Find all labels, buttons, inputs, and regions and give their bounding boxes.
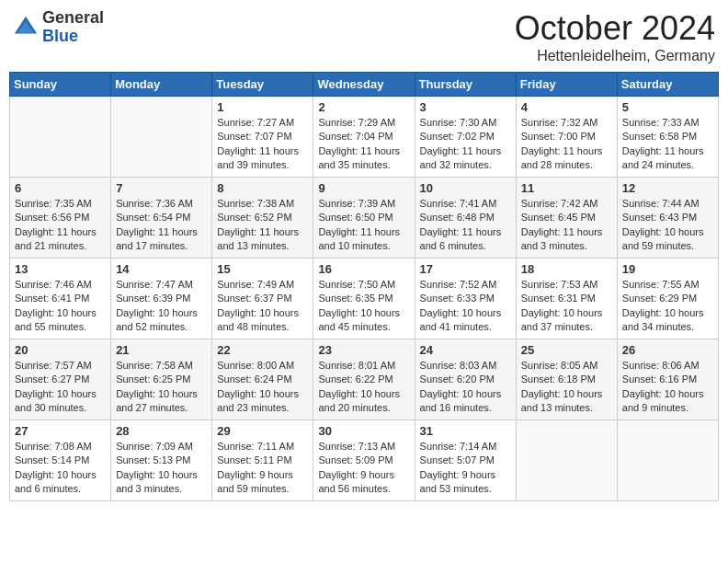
calendar-cell: 17 Sunrise: 7:52 AM Sunset: 6:33 PM Dayl… [415,259,516,339]
sunrise: Sunrise: 7:53 AM [521,278,612,292]
daylight: Daylight: 10 hours and 34 minutes. [622,306,713,335]
month-title: October 2024 [515,9,715,48]
daylight: Daylight: 10 hours and 6 minutes. [15,468,106,497]
sunset: Sunset: 6:27 PM [15,373,106,386]
day-info: Sunrise: 7:30 AM Sunset: 7:02 PM Dayligh… [420,116,511,173]
daylight: Daylight: 10 hours and 55 minutes. [15,306,106,335]
daylight: Daylight: 10 hours and 27 minutes. [116,387,207,416]
sunset: Sunset: 6:48 PM [420,211,511,224]
daylight: Daylight: 11 hours and 10 minutes. [318,225,409,254]
sunset: Sunset: 6:35 PM [318,292,409,305]
day-number: 22 [217,343,308,357]
calendar-cell: 29 Sunrise: 7:11 AM Sunset: 5:11 PM Dayl… [212,420,313,501]
sunset: Sunset: 6:58 PM [622,130,713,144]
day-info: Sunrise: 7:47 AM Sunset: 6:39 PM Dayligh… [116,278,207,335]
logo-line2: Blue [42,28,104,46]
weekday-header: Tuesday [212,73,313,97]
daylight: Daylight: 10 hours and 23 minutes. [217,387,308,416]
location-title: Hettenleidelheim, Germany [515,48,715,64]
calendar-cell [111,97,212,178]
sunrise: Sunrise: 7:29 AM [318,116,409,130]
day-number: 12 [622,181,713,195]
calendar-cell: 8 Sunrise: 7:38 AM Sunset: 6:52 PM Dayli… [212,178,313,259]
calendar-cell: 2 Sunrise: 7:29 AM Sunset: 7:04 PM Dayli… [313,97,415,178]
sunrise: Sunrise: 7:57 AM [15,359,106,373]
day-info: Sunrise: 7:58 AM Sunset: 6:25 PM Dayligh… [116,359,207,416]
sunrise: Sunrise: 7:52 AM [420,278,511,292]
daylight: Daylight: 10 hours and 37 minutes. [521,306,612,335]
day-number: 10 [420,181,511,195]
sunset: Sunset: 6:33 PM [420,292,511,305]
daylight: Daylight: 9 hours and 53 minutes. [420,468,511,497]
sunset: Sunset: 7:07 PM [217,130,308,144]
sunrise: Sunrise: 7:46 AM [15,278,106,292]
calendar-cell: 16 Sunrise: 7:50 AM Sunset: 6:35 PM Dayl… [313,259,415,339]
day-info: Sunrise: 7:33 AM Sunset: 6:58 PM Dayligh… [622,116,713,173]
day-info: Sunrise: 7:11 AM Sunset: 5:11 PM Dayligh… [217,440,308,497]
daylight: Daylight: 11 hours and 17 minutes. [116,225,207,254]
day-number: 14 [116,262,207,276]
day-number: 3 [420,100,511,114]
sunrise: Sunrise: 7:14 AM [420,440,511,454]
sunrise: Sunrise: 7:49 AM [217,278,308,292]
day-number: 25 [521,343,612,357]
day-info: Sunrise: 7:32 AM Sunset: 7:00 PM Dayligh… [521,116,612,173]
calendar-cell: 31 Sunrise: 7:14 AM Sunset: 5:07 PM Dayl… [415,420,516,501]
day-number: 21 [116,343,207,357]
day-info: Sunrise: 7:09 AM Sunset: 5:13 PM Dayligh… [116,440,207,497]
day-info: Sunrise: 7:44 AM Sunset: 6:43 PM Dayligh… [622,197,713,254]
calendar-cell: 1 Sunrise: 7:27 AM Sunset: 7:07 PM Dayli… [212,97,313,178]
daylight: Daylight: 11 hours and 21 minutes. [15,225,106,254]
day-info: Sunrise: 8:05 AM Sunset: 6:18 PM Dayligh… [521,359,612,416]
calendar-cell: 4 Sunrise: 7:32 AM Sunset: 7:00 PM Dayli… [516,97,617,178]
sunrise: Sunrise: 7:08 AM [15,440,106,454]
calendar-cell: 7 Sunrise: 7:36 AM Sunset: 6:54 PM Dayli… [111,178,212,259]
day-number: 16 [318,262,409,276]
day-info: Sunrise: 7:36 AM Sunset: 6:54 PM Dayligh… [116,197,207,254]
calendar-week-row: 6 Sunrise: 7:35 AM Sunset: 6:56 PM Dayli… [10,178,719,259]
day-info: Sunrise: 7:57 AM Sunset: 6:27 PM Dayligh… [15,359,106,416]
day-number: 1 [217,100,308,114]
day-info: Sunrise: 7:14 AM Sunset: 5:07 PM Dayligh… [420,440,511,497]
day-info: Sunrise: 7:49 AM Sunset: 6:37 PM Dayligh… [217,278,308,335]
day-info: Sunrise: 7:50 AM Sunset: 6:35 PM Dayligh… [318,278,409,335]
sunset: Sunset: 6:56 PM [15,211,106,224]
calendar-cell [617,420,718,501]
sunset: Sunset: 6:25 PM [116,373,207,386]
day-info: Sunrise: 7:29 AM Sunset: 7:04 PM Dayligh… [318,116,409,173]
sunrise: Sunrise: 7:35 AM [15,197,106,211]
sunset: Sunset: 6:39 PM [116,292,207,305]
weekday-header: Friday [516,73,617,97]
calendar-cell: 21 Sunrise: 7:58 AM Sunset: 6:25 PM Dayl… [111,339,212,420]
calendar-cell: 30 Sunrise: 7:13 AM Sunset: 5:09 PM Dayl… [313,420,415,501]
day-info: Sunrise: 7:53 AM Sunset: 6:31 PM Dayligh… [521,278,612,335]
logo-line1: General [42,9,104,28]
weekday-header: Wednesday [313,73,415,97]
sunset: Sunset: 7:04 PM [318,130,409,144]
calendar-week-row: 27 Sunrise: 7:08 AM Sunset: 5:14 PM Dayl… [10,420,719,501]
sunrise: Sunrise: 7:41 AM [420,197,511,211]
calendar-cell: 15 Sunrise: 7:49 AM Sunset: 6:37 PM Dayl… [212,259,313,339]
calendar-cell: 12 Sunrise: 7:44 AM Sunset: 6:43 PM Dayl… [617,178,718,259]
page-header: General Blue October 2024 Hettenleidelhe… [9,9,719,64]
daylight: Daylight: 11 hours and 24 minutes. [622,144,713,173]
sunset: Sunset: 6:37 PM [217,292,308,305]
sunset: Sunset: 6:43 PM [622,211,713,224]
logo-icon [13,15,39,40]
daylight: Daylight: 10 hours and 9 minutes. [622,387,713,416]
calendar-cell: 14 Sunrise: 7:47 AM Sunset: 6:39 PM Dayl… [111,259,212,339]
day-info: Sunrise: 7:46 AM Sunset: 6:41 PM Dayligh… [15,278,106,335]
sunrise: Sunrise: 7:42 AM [521,197,612,211]
daylight: Daylight: 11 hours and 13 minutes. [217,225,308,254]
daylight: Daylight: 9 hours and 56 minutes. [318,468,409,497]
weekday-header: Sunday [10,73,111,97]
sunset: Sunset: 6:20 PM [420,373,511,386]
daylight: Daylight: 11 hours and 28 minutes. [521,144,612,173]
day-number: 7 [116,181,207,195]
sunrise: Sunrise: 7:27 AM [217,116,308,130]
sunset: Sunset: 5:11 PM [217,454,308,467]
sunrise: Sunrise: 7:32 AM [521,116,612,130]
sunset: Sunset: 6:22 PM [318,373,409,386]
calendar-header: SundayMondayTuesdayWednesdayThursdayFrid… [10,73,719,97]
day-number: 5 [622,100,713,114]
